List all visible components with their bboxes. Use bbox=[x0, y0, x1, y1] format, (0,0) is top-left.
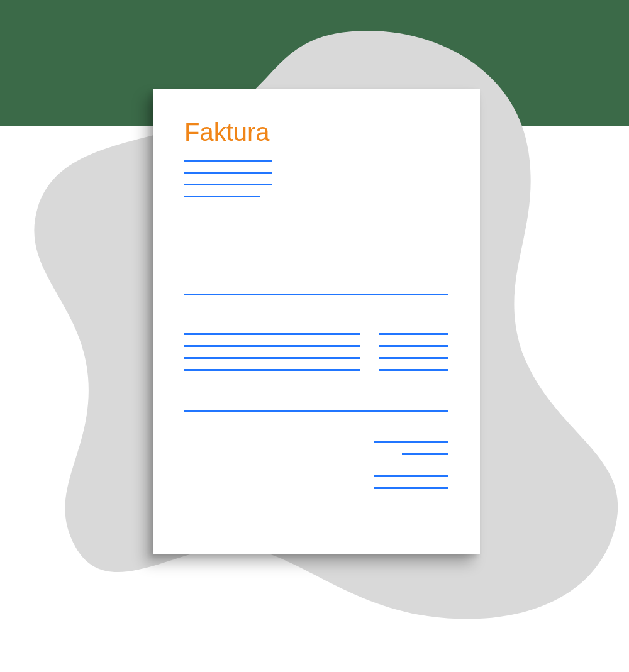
totals-line-1 bbox=[374, 441, 448, 443]
body-right-line-1 bbox=[379, 333, 448, 335]
body-left-line-4 bbox=[184, 369, 360, 371]
header-line-1 bbox=[184, 160, 272, 162]
document-title: Faktura bbox=[184, 118, 270, 146]
invoice-document: Faktura bbox=[153, 89, 480, 554]
body-right-line-2 bbox=[379, 345, 448, 347]
totals-line-2 bbox=[402, 453, 448, 455]
header-line-3 bbox=[184, 184, 272, 185]
body-left-line-2 bbox=[184, 345, 360, 347]
divider-line-top bbox=[184, 294, 448, 295]
body-left-line-3 bbox=[184, 357, 360, 359]
body-left-line-1 bbox=[184, 333, 360, 335]
header-line-4 bbox=[184, 196, 260, 197]
totals-line-3 bbox=[374, 475, 448, 477]
divider-line-bottom bbox=[184, 410, 448, 412]
totals-line-4 bbox=[374, 487, 448, 489]
header-line-2 bbox=[184, 172, 272, 174]
body-right-line-3 bbox=[379, 357, 448, 359]
body-right-line-4 bbox=[379, 369, 448, 371]
